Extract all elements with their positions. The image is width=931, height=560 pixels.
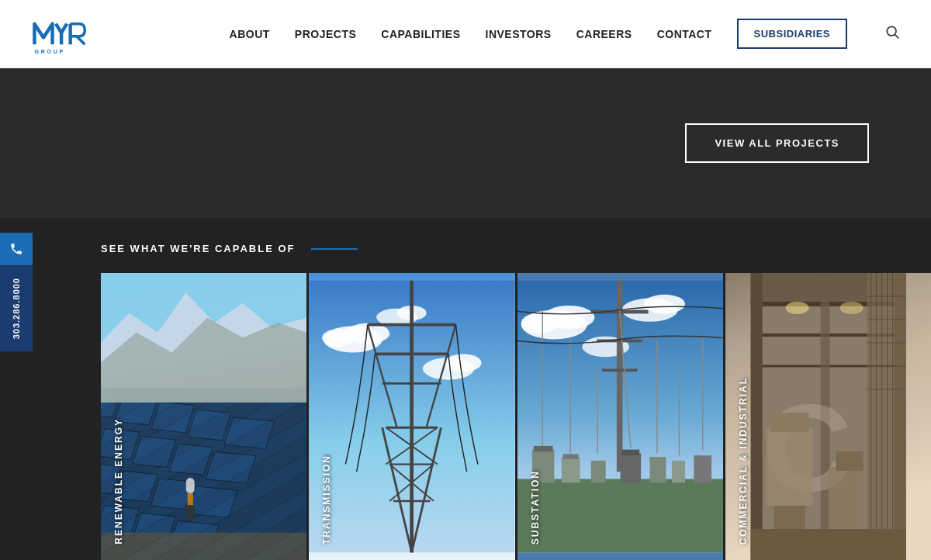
panel-commercial-label: COMMERCIAL & INDUSTRIAL [725,273,931,560]
commercial-industrial-text: COMMERCIAL & INDUSTRIAL [738,377,749,544]
capabilities-image-grid: RENEWABLE ENERGY [101,273,931,560]
capabilities-heading-text: SEE WHAT WE'RE CAPABLE OF [101,243,296,254]
panel-substation-label: SUBSTATION [517,273,723,560]
main-nav: ABOUT PROJECTS CAPABILITIES INVESTORS CA… [230,19,900,49]
substation-text: SUBSTATION [530,470,541,544]
panel-substation[interactable]: SUBSTATION [517,273,725,560]
nav-projects[interactable]: PROJECTS [295,28,356,40]
capabilities-section: SEE WHAT WE'RE CAPABLE OF [0,218,931,560]
dark-banner: VIEW ALL PROJECTS [0,68,931,218]
section-heading: SEE WHAT WE'RE CAPABLE OF [101,243,931,254]
panel-transmission[interactable]: TRANSMISSION [309,273,517,560]
view-all-projects-button[interactable]: VIEW ALL PROJECTS [685,123,869,163]
transmission-text: TRANSMISSION [321,455,332,544]
search-icon[interactable] [884,24,900,43]
logo[interactable]: GROUP [31,11,93,57]
svg-point-4 [887,26,896,36]
panel-transmission-label: TRANSMISSION [309,273,514,560]
nav-investors[interactable]: INVESTORS [486,28,552,40]
nav-contact[interactable]: CONTACT [657,28,712,40]
subsidiaries-button[interactable]: SUBSIDIARIES [737,19,847,49]
main-header: GROUP ABOUT PROJECTS CAPABILITIES INVEST… [0,0,931,68]
panel-commercial[interactable]: C COMMERCIAL & INDUSTRIAL [725,273,931,560]
nav-careers[interactable]: CAREERS [576,28,632,40]
renewable-energy-text: RENEWABLE ENERGY [113,418,124,544]
nav-about[interactable]: ABOUT [230,28,270,40]
nav-capabilities[interactable]: CAPABILITIES [381,28,460,40]
panel-renewable-energy[interactable]: RENEWABLE ENERGY [101,273,309,560]
phone-number: 303.286.8000 [0,265,33,351]
svg-line-5 [895,35,899,39]
panel-renewable-label: RENEWABLE ENERGY [101,273,306,560]
main-content: VIEW ALL PROJECTS SEE WHAT WE'RE CAPABLE… [0,68,931,560]
phone-button[interactable] [0,233,33,265]
sidebar: 303.286.8000 [0,233,33,351]
svg-text:GROUP: GROUP [34,48,64,54]
heading-line-decoration [311,248,358,250]
